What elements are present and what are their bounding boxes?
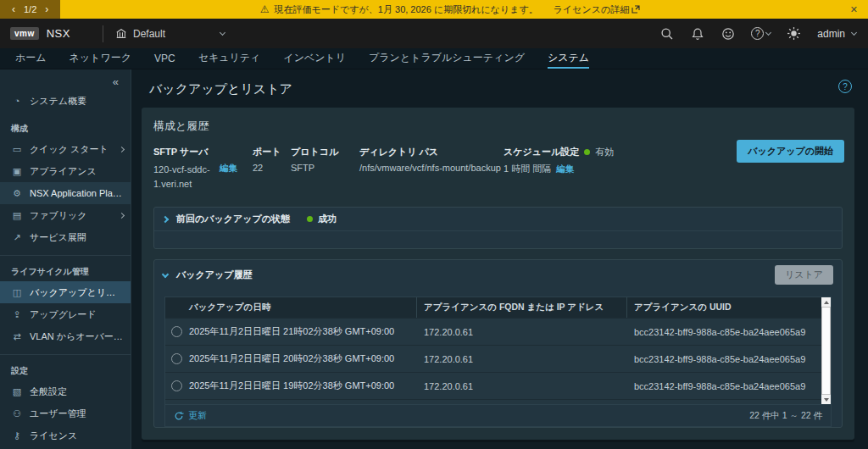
table-row[interactable]: 2025年11月2日日曜日 20時02分38秒 GMT+09:00 172.20… (165, 345, 831, 372)
tab-inventory[interactable]: インベントリ (283, 48, 346, 69)
pagination-count: 22 件中 1 ～ 22 件 (749, 410, 822, 422)
gear-icon: ⚙ (11, 188, 23, 199)
screen-icon: ▭ (11, 144, 23, 155)
search-icon[interactable] (659, 26, 674, 41)
sidebar-collapse-icon[interactable]: « (0, 69, 131, 90)
sidebar-item-nsx-application-platform[interactable]: ⚙ NSX Application Platform (0, 182, 131, 204)
sidebar-item-service-deployment[interactable]: ↗ サービス展開 (0, 226, 131, 248)
backup-row-radio[interactable] (171, 380, 182, 391)
notifications-bell-icon[interactable] (690, 26, 704, 41)
banner-close-icon[interactable]: ✕ (840, 4, 868, 15)
schedule-edit-link[interactable]: 編集 (556, 164, 574, 175)
table-header-row: バックアップの日時 アプライアンスの FQDN または IP アドレス アプライ… (165, 297, 831, 318)
backup-row-radio[interactable] (171, 353, 182, 364)
license-warning-banner: ‹ 1/2 › ⚠ 現在評価モードですが、1月 30, 2026 に期限切れにな… (0, 0, 868, 19)
nav-divider (103, 25, 103, 42)
last-backup-status-title: 前回のバックアップの状態 (176, 213, 290, 225)
app-window: ‹ 1/2 › ⚠ 現在評価モードですが、1月 30, 2026 に期限切れにな… (0, 0, 868, 449)
scrollbar-thumb[interactable] (821, 307, 831, 395)
chevron-down-icon (765, 30, 771, 36)
help-menu[interactable]: ? (751, 27, 771, 40)
sidebar-section-settings: 設定 (0, 354, 131, 380)
backup-row-radio[interactable] (171, 326, 182, 337)
sidebar-item-fabric[interactable]: ▤ ファブリック (0, 204, 131, 226)
sidebar-item-system-overview[interactable]: ◔ システム概要 (0, 90, 131, 112)
page-help-icon[interactable]: ? (838, 80, 852, 93)
org-selector[interactable]: Default (115, 28, 225, 40)
tab-plan-troubleshooting[interactable]: プランとトラブルシューティング (369, 48, 525, 69)
org-label: Default (133, 28, 165, 40)
scroll-up-icon[interactable] (821, 297, 831, 307)
product-name: NSX (47, 27, 70, 40)
sidebar-section-lifecycle: ライフサイクル管理 (0, 255, 131, 281)
sidebar-item-license[interactable]: ⚷ ライセンス (0, 424, 131, 446)
collapse-chevron-icon[interactable] (162, 270, 169, 277)
last-backup-status-header[interactable]: 前回のバックアップの状態 成功 (154, 208, 842, 230)
tab-vpc[interactable]: VPC (154, 48, 175, 69)
column-header-uuid: アプライアンスの UUID (626, 297, 821, 318)
top-navbar: vmw NSX Default ? (0, 19, 868, 48)
settings-note-icon: ▧ (11, 386, 23, 397)
table-footer: 更新 22 件中 1 ～ 22 件 (165, 404, 831, 426)
banner-prev-icon[interactable]: ‹ (12, 3, 15, 15)
warning-icon: ⚠ (260, 3, 270, 15)
backup-history-header: バックアップ履歴 リストア (154, 260, 842, 290)
start-backup-button[interactable]: バックアップの開始 (737, 140, 844, 163)
banner-warning-text: 現在評価モードですが、1月 30, 2026 に期限切れになります。 (275, 3, 538, 16)
sftp-server-value: 120-vcf-sddc-1.veri.net (153, 163, 213, 191)
column-header-fqdn: アプライアンスの FQDN または IP アドレス (416, 297, 626, 318)
config-history-panel: 構成と履歴 SFTP サーバ 120-vcf-sddc-1.veri.net 編… (142, 108, 854, 440)
sidebar-item-quick-start[interactable]: ▭ クイック スタート (0, 138, 131, 160)
restore-button[interactable]: リストア (775, 265, 833, 285)
user-menu[interactable]: admin (817, 28, 856, 40)
sidebar-item-upgrade[interactable]: ⇪ アップグレード (0, 303, 131, 325)
fabric-icon: ▤ (11, 210, 23, 221)
page-title: バックアップとリストア (149, 81, 854, 97)
sidebar-item-vlan-to-overlay[interactable]: ⇄ VLAN からオーバーレイへの... (0, 325, 131, 347)
last-backup-status-value: 成功 (318, 213, 337, 225)
scroll-down-icon[interactable] (821, 395, 831, 404)
sftp-edit-link[interactable]: 編集 (220, 163, 237, 175)
sidebar-item-general-settings[interactable]: ▧ 全般設定 (0, 380, 131, 402)
banner-next-icon[interactable]: › (45, 3, 48, 15)
users-icon: ⚇ (11, 408, 23, 419)
expand-chevron-icon[interactable] (162, 215, 169, 222)
panel-title: 構成と履歴 (153, 119, 843, 134)
table-row[interactable]: 2025年11月2日日曜日 21時02分38秒 GMT+09:00 172.20… (165, 318, 831, 345)
license-details-link[interactable]: ライセンスの詳細 (554, 3, 641, 16)
upgrade-icon: ⇪ (11, 309, 23, 320)
protocol-label: プロトコル (291, 146, 359, 158)
table-scrollbar[interactable] (821, 297, 831, 404)
sidebar-item-appliances[interactable]: ▣ アプライアンス (0, 160, 131, 182)
vmware-logo: vmw (10, 27, 39, 40)
theme-brightness-icon[interactable] (787, 26, 801, 41)
refresh-icon (174, 411, 184, 421)
tab-security[interactable]: セキュリティ (198, 48, 261, 69)
tab-home[interactable]: ホーム (15, 48, 47, 69)
collapsed-detail-area (154, 231, 842, 248)
chevron-down-icon (220, 30, 225, 36)
success-status-dot (307, 216, 313, 222)
banner-pager: ‹ 1/2 › (0, 0, 60, 19)
refresh-label: 更新 (188, 409, 207, 422)
tab-system[interactable]: システム (548, 48, 589, 69)
main-tab-bar: ホーム ネットワーク VPC セキュリティ インベントリ プランとトラブルシュー… (0, 48, 868, 69)
key-icon: ⚷ (11, 430, 23, 441)
table-row[interactable]: 2025年11月2日日曜日 19時02分38秒 GMT+09:00 172.20… (165, 372, 831, 399)
deploy-arrow-icon: ↗ (11, 232, 23, 243)
backup-history-table: バックアップの日時 アプライアンスの FQDN または IP アドレス アプライ… (164, 297, 832, 427)
schedule-status: 有効 (595, 146, 614, 158)
sidebar-item-user-management[interactable]: ⚇ ユーザー管理 (0, 402, 131, 424)
help-icon: ? (751, 27, 764, 40)
system-sidebar: « ◔ システム概要 構成 ▭ クイック スタート ▣ アプライアンス ⚙ NS… (0, 69, 131, 449)
banner-message: ⚠ 現在評価モードですが、1月 30, 2026 に期限切れになります。 ライセ… (60, 3, 839, 16)
refresh-button[interactable]: 更新 (174, 409, 207, 422)
sidebar-item-backup-restore[interactable]: ◫ バックアップとリストア (0, 281, 131, 303)
last-backup-status-box: 前回のバックアップの状態 成功 (153, 207, 843, 249)
migration-icon: ⇄ (11, 331, 23, 342)
tab-network[interactable]: ネットワーク (70, 48, 131, 69)
external-link-icon (632, 5, 640, 14)
schedule-interval-value: 1 時間 間隔 (504, 163, 551, 175)
chevron-right-icon (119, 212, 125, 218)
feedback-smiley-icon[interactable] (721, 26, 735, 41)
